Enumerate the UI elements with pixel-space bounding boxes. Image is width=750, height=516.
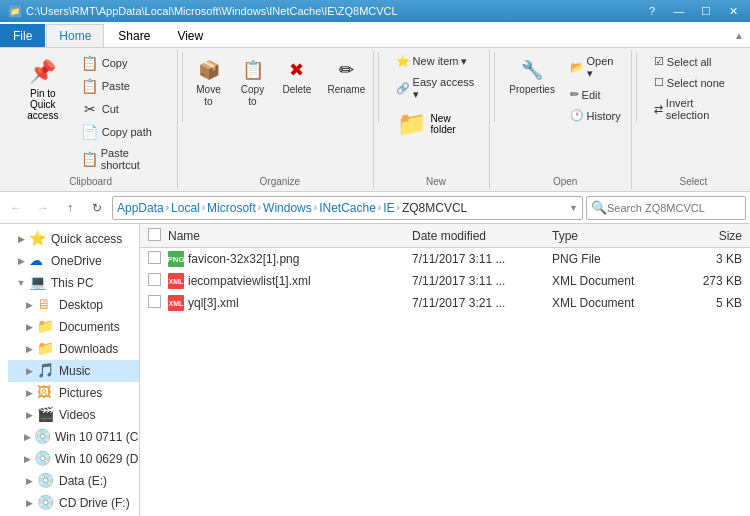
search-input[interactable]	[607, 202, 737, 214]
divider-4	[636, 52, 637, 122]
row2-checkbox[interactable]	[148, 295, 168, 311]
row1-size: 273 KB	[672, 274, 742, 288]
copy-button[interactable]: 📋 Copy	[76, 52, 169, 74]
row2-type: XML Document	[552, 296, 672, 310]
breadcrumb-dropdown[interactable]: ▼	[569, 203, 578, 213]
up-button[interactable]: ↑	[58, 196, 82, 220]
header-cb[interactable]	[148, 228, 161, 241]
file-row-1[interactable]: XML iecompatviewlist[1].xml 7/11/2017 3:…	[140, 270, 750, 292]
maximize-button[interactable]: ☐	[693, 0, 719, 22]
sidebar-item-quick-access[interactable]: ▶ ⭐ Quick access	[0, 228, 139, 250]
new-item-button[interactable]: ⭐ New item ▾	[391, 52, 473, 71]
row1-type: XML Document	[552, 274, 672, 288]
quick-access-label: Quick access	[51, 232, 122, 246]
row1-checkbox[interactable]	[148, 273, 168, 289]
ribbon-toggle[interactable]: ▲	[734, 30, 744, 41]
sidebar-item-videos[interactable]: ▶ 🎬 Videos	[8, 404, 139, 426]
rename-button[interactable]: ✏ Rename	[321, 52, 371, 100]
scissors-icon: ✂	[81, 101, 99, 117]
forward-button[interactable]: →	[31, 196, 55, 220]
rename-label: Rename	[327, 84, 365, 96]
minimize-button[interactable]: —	[666, 0, 692, 22]
breadcrumb-inetcache[interactable]: INetCache	[319, 201, 376, 215]
title-bar-left: 📁 C:\Users\RMT\AppData\Local\Microsoft\W…	[8, 4, 398, 18]
move-to-button[interactable]: 📦 Move to	[189, 52, 229, 112]
row0-checkbox[interactable]	[148, 251, 168, 267]
select-items: ☑ Select all ☐ Select none ⇄ Invert sele…	[649, 52, 738, 174]
header-checkbox[interactable]	[148, 228, 168, 244]
paste-label: Paste	[102, 80, 130, 92]
delete-button[interactable]: ✖ Delete	[277, 52, 318, 100]
close-button[interactable]: ✕	[720, 0, 746, 22]
select-all-button[interactable]: ☑ Select all	[649, 52, 717, 71]
sidebar-item-d-drive[interactable]: ▶ 💿 Win 10 0629 (D:)	[8, 448, 139, 470]
tab-view[interactable]: View	[164, 24, 216, 47]
sidebar-item-c-drive[interactable]: ▶ 💿 Win 10 0711 (C:)	[8, 426, 139, 448]
breadcrumb-bar[interactable]: AppData › Local › Microsoft › Windows › …	[112, 196, 583, 220]
open-group-label: Open	[553, 176, 577, 187]
edit-button[interactable]: ✏ Edit	[565, 85, 627, 104]
sidebar-item-music[interactable]: ▶ 🎵 Music	[8, 360, 139, 382]
copy-icon: 📋	[81, 55, 99, 71]
breadcrumb-ie[interactable]: IE	[383, 201, 394, 215]
copy-to-button[interactable]: 📋 Copy to	[233, 52, 273, 112]
pin-quick-access-button[interactable]: 📌 Pin to Quick access	[12, 52, 74, 125]
sidebar-item-f-drive[interactable]: ▶ 💿 CD Drive (F:)	[8, 492, 139, 514]
header-type[interactable]: Type	[552, 229, 672, 243]
sidebar-item-desktop[interactable]: ▶ 🖥 Desktop	[8, 294, 139, 316]
row1-cb[interactable]	[148, 273, 161, 286]
tab-home[interactable]: Home	[46, 24, 104, 47]
breadcrumb-windows[interactable]: Windows	[263, 201, 312, 215]
invert-icon: ⇄	[654, 103, 663, 116]
row0-cb[interactable]	[148, 251, 161, 264]
row2-date: 7/11/2017 3:21 ...	[412, 296, 552, 310]
c-drive-icon: 💿	[34, 428, 51, 446]
help-button[interactable]: ?	[639, 0, 665, 22]
sidebar-item-pictures[interactable]: ▶ 🖼 Pictures	[8, 382, 139, 404]
file-row-2[interactable]: XML yql[3].xml 7/11/2017 3:21 ... XML Do…	[140, 292, 750, 314]
breadcrumb-local[interactable]: Local	[171, 201, 200, 215]
music-arrow: ▶	[24, 366, 34, 376]
sidebar-item-e-drive[interactable]: ▶ 💿 Data (E:)	[8, 470, 139, 492]
open-items: 🔧 Properties 📂 Open ▾ ✏ Edit 🕐 History	[504, 52, 627, 174]
header-size[interactable]: Size	[672, 229, 742, 243]
paste-shortcut-button[interactable]: 📋 Paste shortcut	[76, 144, 169, 174]
sidebar-item-onedrive[interactable]: ▶ ☁ OneDrive	[0, 250, 139, 272]
ribbon-group-open: 🔧 Properties 📂 Open ▾ ✏ Edit 🕐 History	[499, 50, 632, 189]
copy-path-button[interactable]: 📄 Copy path	[76, 121, 169, 143]
tab-file[interactable]: File	[0, 24, 45, 47]
history-button[interactable]: 🕐 History	[565, 106, 627, 125]
file-row-0[interactable]: PNG favicon-32x32[1].png 7/11/2017 3:11 …	[140, 248, 750, 270]
open-button[interactable]: 📂 Open ▾	[565, 52, 627, 83]
invert-selection-button[interactable]: ⇄ Invert selection	[649, 94, 738, 124]
organize-items: 📦 Move to 📋 Copy to ✖ Delete ✏ Rename	[189, 52, 372, 174]
file-list-header: Name Date modified Type Size	[140, 224, 750, 248]
ribbon-tabs: File Home Share View ▲	[0, 22, 750, 48]
paste-shortcut-icon: 📋	[81, 151, 98, 167]
row2-cb[interactable]	[148, 295, 161, 308]
pin-icon: 📌	[27, 56, 59, 88]
breadcrumb-microsoft[interactable]: Microsoft	[207, 201, 256, 215]
tab-share[interactable]: Share	[105, 24, 163, 47]
ribbon: File Home Share View ▲ 📌 Pin to Quick ac…	[0, 22, 750, 192]
clipboard-group-label: Clipboard	[69, 176, 112, 187]
sidebar-item-downloads[interactable]: ▶ 📁 Downloads	[8, 338, 139, 360]
new-folder-button[interactable]: 📁 New folder	[391, 106, 462, 142]
new-item-label: New item ▾	[413, 55, 468, 68]
sidebar-item-documents[interactable]: ▶ 📁 Documents	[8, 316, 139, 338]
breadcrumb-appdata[interactable]: AppData	[117, 201, 164, 215]
sidebar-item-this-pc[interactable]: ▼ 💻 This PC	[0, 272, 139, 294]
search-bar[interactable]: 🔍	[586, 196, 746, 220]
back-button[interactable]: ←	[4, 196, 28, 220]
cut-button[interactable]: ✂ Cut	[76, 98, 169, 120]
refresh-button[interactable]: ↻	[85, 196, 109, 220]
properties-button[interactable]: 🔧 Properties	[504, 52, 561, 100]
copy-to-label: Copy to	[241, 84, 264, 108]
paste-button[interactable]: 📋 Paste	[76, 75, 169, 97]
open-icon: 📂	[570, 61, 584, 74]
header-date[interactable]: Date modified	[412, 229, 552, 243]
onedrive-arrow: ▶	[16, 256, 26, 266]
header-name[interactable]: Name	[168, 229, 412, 243]
easy-access-button[interactable]: 🔗 Easy access ▾	[391, 73, 482, 104]
select-none-button[interactable]: ☐ Select none	[649, 73, 730, 92]
